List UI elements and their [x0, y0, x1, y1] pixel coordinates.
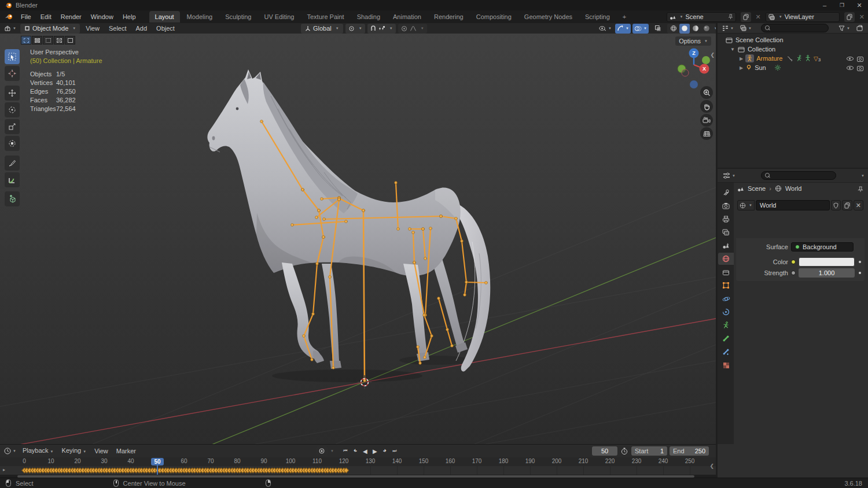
tab-sculpting[interactable]: Sculpting — [219, 11, 257, 23]
bone-joint[interactable] — [429, 227, 432, 230]
disclosure-triangle[interactable]: ▶ — [740, 56, 743, 61]
strength-slider[interactable]: 1.000 — [799, 268, 855, 278]
tab-output[interactable] — [718, 213, 734, 225]
pan-hand-button[interactable] — [700, 100, 713, 113]
play-reverse-button[interactable]: ◀ — [361, 446, 369, 456]
timeline-menu-playback[interactable]: Playback▼ — [19, 445, 57, 458]
bone-joint[interactable] — [397, 228, 400, 231]
tab-texture[interactable] — [718, 359, 734, 371]
shading-dropdown[interactable]: ▼ — [714, 27, 716, 30]
bone-joint[interactable] — [451, 345, 454, 347]
mode-dropdown[interactable]: Object Mode▼ — [20, 24, 80, 34]
bone-joint[interactable] — [409, 228, 411, 231]
tab-layout[interactable]: Layout — [149, 11, 180, 23]
sidebar-toggle-arrow[interactable]: ❮ — [710, 52, 715, 58]
bone-joint[interactable] — [291, 224, 294, 227]
shading-material-button[interactable] — [690, 24, 701, 34]
menu-edit[interactable]: Edit — [36, 11, 56, 23]
unlink-world-button[interactable]: ✕ — [854, 200, 863, 210]
bone-joint[interactable] — [440, 215, 443, 218]
timeline-menu-marker[interactable]: Marker — [113, 445, 139, 457]
new-collection-button[interactable] — [855, 23, 865, 33]
jump-to-start-button[interactable]: ⏮ — [341, 446, 350, 456]
bone-joint[interactable] — [419, 362, 422, 365]
outliner-search[interactable] — [761, 24, 829, 32]
menu-window[interactable]: Window — [86, 11, 118, 23]
editor-type-button[interactable]: ▼ — [2, 24, 18, 34]
bone-joint[interactable] — [461, 240, 464, 243]
outliner-filter-button[interactable]: ▼ — [837, 23, 852, 33]
bone-joint[interactable] — [301, 188, 304, 191]
tool-cursor[interactable] — [5, 66, 20, 81]
gizmos-toggle[interactable]: ▼ — [615, 24, 631, 34]
tool-rotate[interactable] — [5, 102, 20, 117]
bone-joint[interactable] — [424, 356, 426, 359]
perspective-toggle-button[interactable] — [700, 127, 713, 140]
tab-rendering[interactable]: Rendering — [428, 11, 469, 23]
bone-joint[interactable] — [437, 297, 440, 300]
snap-toggle[interactable]: ▼ — [367, 24, 396, 34]
tab-scene[interactable] — [718, 239, 734, 252]
tool-transform[interactable] — [5, 136, 20, 151]
tab-world[interactable] — [718, 253, 734, 265]
tab-shading[interactable]: Shading — [351, 11, 386, 23]
bone-joint[interactable] — [464, 294, 466, 297]
view-layer-delete-button[interactable]: ✕ — [859, 13, 865, 21]
bone-joint[interactable] — [395, 182, 398, 184]
zoom-button[interactable] — [700, 86, 713, 99]
tab-render[interactable] — [718, 199, 734, 212]
tab-uv-editing[interactable]: UV Editing — [258, 11, 300, 23]
viewport-canvas[interactable] — [0, 34, 716, 444]
tab-physics[interactable] — [718, 293, 734, 305]
tab-texture-paint[interactable]: Texture Paint — [301, 11, 350, 23]
timeline-channel-band[interactable] — [0, 466, 716, 475]
add-workspace-button[interactable]: + — [617, 11, 632, 23]
shading-wireframe-button[interactable] — [668, 24, 679, 34]
outliner-search-input[interactable] — [773, 25, 825, 32]
bone-joint[interactable] — [323, 218, 326, 221]
bone-joint[interactable] — [315, 216, 318, 219]
bone-joint[interactable] — [318, 209, 321, 212]
tab-collection[interactable] — [718, 266, 734, 278]
armature-hide-icon[interactable] — [846, 55, 854, 62]
transform-orientation-dropdown[interactable]: Global▼ — [301, 24, 343, 34]
properties-options-dropdown[interactable]: ▼ — [861, 174, 865, 178]
scene-selector[interactable]: ▼ Scene — [667, 12, 736, 22]
auto-keying-button[interactable] — [316, 446, 328, 456]
bone-joint[interactable] — [485, 282, 488, 284]
bone-joint[interactable] — [465, 281, 468, 284]
viewport[interactable]: ▼ Object Mode▼ View Select Add Object Gl… — [0, 23, 716, 444]
outliner-row-collection[interactable]: ▼ Collection — [718, 45, 868, 54]
tab-tool[interactable] — [718, 186, 734, 198]
camera-view-button[interactable] — [700, 114, 713, 127]
bone-joint[interactable] — [413, 261, 416, 264]
bone-joint[interactable] — [422, 228, 425, 231]
blender-menu-icon[interactable] — [5, 13, 14, 20]
disclosure-triangle[interactable]: ▼ — [730, 47, 735, 52]
outliner-display-mode-dropdown[interactable]: ▼ — [720, 23, 735, 33]
tab-compositing[interactable]: Compositing — [470, 11, 517, 23]
current-frame-marker[interactable]: 50 — [151, 458, 164, 465]
outliner-row-sun[interactable]: ▶ Sun — [718, 63, 868, 72]
start-frame-field[interactable]: Start 1 — [631, 446, 667, 456]
timeline-editor-type-button[interactable]: ▼ — [2, 446, 18, 456]
bone-joint[interactable] — [362, 209, 365, 212]
bone-joint[interactable] — [424, 257, 427, 260]
outliner-filter-type-dropdown[interactable]: ▼ — [738, 23, 753, 33]
properties-search[interactable] — [761, 171, 836, 180]
viewport-menu-object[interactable]: Object — [153, 23, 178, 35]
bone-joint[interactable] — [345, 220, 348, 223]
view-layer-copy-button[interactable] — [844, 12, 855, 22]
tab-bone-constraints[interactable] — [718, 346, 734, 358]
pivot-point-dropdown[interactable]: ▼ — [345, 24, 365, 34]
bone-joint[interactable] — [322, 236, 325, 239]
bone-joint[interactable] — [446, 328, 449, 331]
keying-set-dropdown[interactable]: ▼ — [330, 449, 334, 453]
tool-move[interactable] — [5, 86, 20, 101]
tool-select-box[interactable] — [5, 49, 20, 64]
jump-to-end-button[interactable]: ⏭ — [390, 446, 399, 456]
show-gizmo-dropdown[interactable]: ▼ — [597, 24, 613, 34]
bone-joint[interactable] — [303, 335, 306, 338]
tool-add-cube[interactable] — [5, 191, 20, 206]
color-swatch[interactable] — [799, 257, 855, 267]
